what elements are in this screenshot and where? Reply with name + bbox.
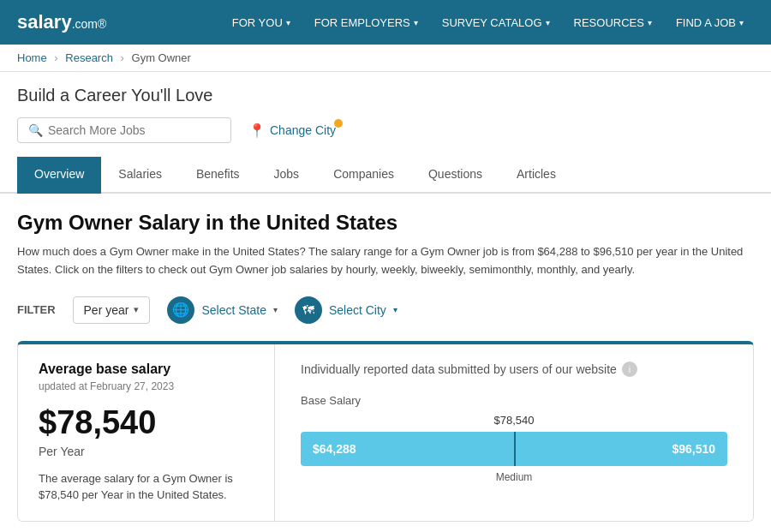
- chevron-down-icon: ▾: [273, 305, 278, 314]
- salary-range-low: $64,288: [313, 442, 356, 456]
- chart-header: Individually reported data submitted by …: [301, 362, 727, 377]
- location-pin-icon: 📍: [248, 123, 266, 139]
- search-area-title: Build a Career You'll Love: [17, 86, 754, 105]
- search-icon: 🔍: [28, 123, 43, 137]
- chart-bar-wrap: $64,288 $96,510 Medium: [301, 432, 727, 483]
- salary-amount: $78,540: [39, 404, 254, 441]
- salary-period: Per Year: [39, 445, 254, 458]
- notification-dot: [334, 119, 343, 128]
- tab-jobs[interactable]: Jobs: [257, 157, 317, 194]
- salary-card: Average base salary updated at February …: [17, 341, 754, 522]
- search-input-wrap[interactable]: 🔍: [17, 117, 231, 143]
- avg-base-salary-title: Average base salary: [39, 362, 254, 377]
- change-city-button[interactable]: 📍 Change City: [248, 123, 336, 139]
- chevron-down-icon: ▾: [134, 304, 139, 315]
- page-description: How much does a Gym Owner make in the Un…: [17, 243, 754, 279]
- main-content: Gym Owner Salary in the United States Ho…: [0, 194, 771, 532]
- salary-updated: updated at February 27, 2023: [39, 380, 254, 392]
- nav-for-employers[interactable]: FOR EMPLOYERS ▾: [304, 9, 428, 36]
- breadcrumb-home[interactable]: Home: [17, 51, 47, 64]
- breadcrumb-research[interactable]: Research: [65, 51, 113, 64]
- chevron-down-icon: ▾: [739, 18, 744, 27]
- period-value: Per year: [84, 303, 129, 317]
- tab-companies[interactable]: Companies: [316, 157, 411, 194]
- period-select[interactable]: Per year ▾: [73, 296, 151, 324]
- medium-label: Medium: [301, 471, 727, 483]
- navigation: salary.com® FOR YOU ▾ FOR EMPLOYERS ▾ SU…: [0, 0, 771, 45]
- breadcrumb: Home › Research › Gym Owner: [0, 45, 771, 72]
- nav-links: FOR YOU ▾ FOR EMPLOYERS ▾ SURVEY CATALOG…: [222, 9, 754, 36]
- tab-salaries[interactable]: Salaries: [101, 157, 179, 194]
- state-select[interactable]: 🌐 Select State ▾: [167, 296, 278, 324]
- salary-range-high: $96,510: [672, 442, 715, 456]
- city-select[interactable]: 🗺 Select City ▾: [295, 296, 397, 324]
- page-title: Gym Owner Salary in the United States: [17, 211, 754, 235]
- base-salary-label: Base Salary: [301, 394, 727, 407]
- tab-articles[interactable]: Articles: [499, 157, 573, 194]
- state-label: Select State: [201, 303, 266, 317]
- tab-bar: Overview Salaries Benefits Jobs Companie…: [0, 157, 771, 194]
- salary-right-panel: Individually reported data submitted by …: [275, 344, 753, 521]
- salary-description: The average salary for a Gym Owner is $7…: [39, 470, 254, 504]
- chevron-down-icon: ▾: [414, 18, 418, 27]
- nav-resources[interactable]: RESOURCES ▾: [564, 9, 662, 36]
- logo[interactable]: salary.com®: [17, 11, 106, 33]
- chevron-down-icon: ▾: [648, 18, 652, 27]
- breadcrumb-current: Gym Owner: [132, 51, 191, 64]
- chart-header-text: Individually reported data submitted by …: [301, 362, 617, 376]
- tab-questions[interactable]: Questions: [411, 157, 499, 194]
- nav-for-you[interactable]: FOR YOU ▾: [222, 9, 301, 36]
- nav-find-a-job[interactable]: FIND A JOB ▾: [666, 9, 754, 36]
- filter-label: FILTER: [17, 303, 56, 316]
- nav-survey-catalog[interactable]: SURVEY CATALOG ▾: [432, 9, 560, 36]
- tab-overview[interactable]: Overview: [17, 157, 101, 194]
- salary-range-bar: $64,288 $96,510: [301, 432, 727, 466]
- search-input[interactable]: [48, 123, 220, 137]
- city-map-icon: 🗺: [295, 296, 322, 324]
- search-area: Build a Career You'll Love 🔍 📍 Change Ci…: [0, 72, 771, 157]
- chevron-down-icon: ▾: [546, 18, 550, 27]
- tab-benefits[interactable]: Benefits: [179, 157, 257, 194]
- median-line: [514, 432, 516, 466]
- state-globe-icon: 🌐: [167, 296, 194, 324]
- filter-row: FILTER Per year ▾ 🌐 Select State ▾ 🗺 Sel…: [17, 296, 754, 324]
- chart-median-value: $78,540: [301, 414, 727, 427]
- salary-left-panel: Average base salary updated at February …: [18, 344, 275, 521]
- info-icon[interactable]: i: [622, 362, 637, 377]
- chevron-down-icon: ▾: [393, 305, 397, 314]
- chevron-down-icon: ▾: [286, 18, 290, 27]
- search-row: 🔍 📍 Change City: [17, 117, 754, 143]
- city-label: Select City: [329, 303, 386, 317]
